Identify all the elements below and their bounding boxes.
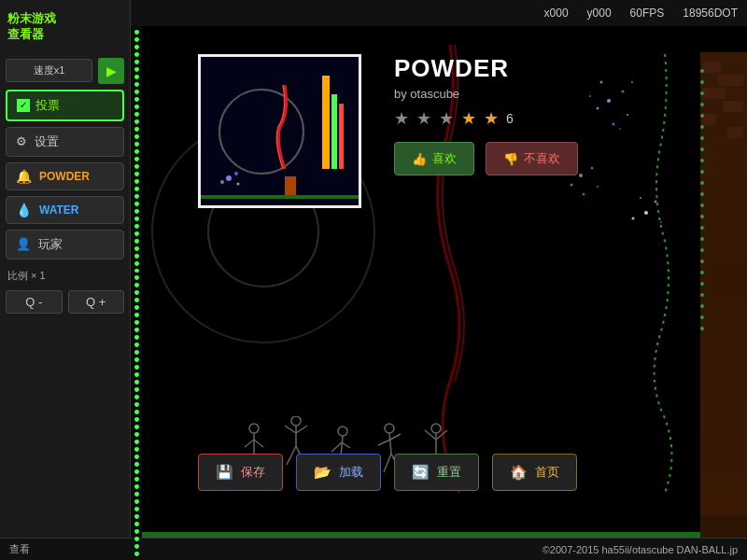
svg-point-15 <box>644 211 648 215</box>
dot-border <box>131 26 142 560</box>
status-left: 查看 <box>9 542 30 556</box>
load-icon: 📂 <box>314 464 331 481</box>
svg-point-47 <box>700 215 704 218</box>
star-count: 6 <box>506 111 514 126</box>
svg-point-18 <box>660 221 662 223</box>
svg-point-51 <box>700 259 704 263</box>
svg-rect-31 <box>702 127 726 138</box>
preview-thumbnail[interactable] <box>198 54 361 208</box>
svg-rect-60 <box>322 76 330 169</box>
svg-line-72 <box>254 440 263 447</box>
svg-rect-67 <box>201 195 361 199</box>
svg-rect-62 <box>339 104 344 169</box>
statusbar: 查看 ©2007-2015 ha55ii/otascube DAN-BALL.j… <box>0 538 747 560</box>
water-icon: 💧 <box>16 203 32 217</box>
svg-point-38 <box>700 114 704 118</box>
player-button[interactable]: 👤 玩家 <box>6 230 124 259</box>
svg-line-71 <box>245 440 254 447</box>
zoom-in-button[interactable]: Q + <box>68 290 125 314</box>
speed-button[interactable]: 速度x1 <box>6 59 92 82</box>
load-button[interactable]: 📂 加载 <box>296 454 381 491</box>
svg-rect-26 <box>727 88 743 99</box>
home-icon: 🏠 <box>510 464 528 481</box>
game-background: POWDER by otascube ★ ★ ★ ★ ★ 6 👍 喜欢 👎 不喜… <box>142 26 747 538</box>
svg-point-19 <box>640 197 641 199</box>
dot-count: 18956DOT <box>683 7 738 20</box>
svg-point-46 <box>700 203 704 207</box>
save-label: 保存 <box>241 464 265 481</box>
home-button[interactable]: 🏠 首页 <box>492 454 577 491</box>
svg-rect-68 <box>285 176 296 195</box>
svg-point-57 <box>700 327 704 330</box>
reset-button[interactable]: 🔄 重置 <box>394 454 479 491</box>
settings-icon: ⚙ <box>16 134 27 148</box>
svg-point-39 <box>700 125 704 129</box>
water-label: WATER <box>39 203 78 217</box>
star-5: ★ <box>484 108 499 129</box>
author-line: by otascube <box>394 87 655 101</box>
action-buttons-area: 💾 保存 📂 加载 🔄 重置 🏠 首页 <box>198 454 577 491</box>
svg-rect-21 <box>702 62 721 73</box>
vote-button[interactable]: ✓ 投票 <box>6 90 124 121</box>
svg-line-77 <box>285 426 296 433</box>
play-button[interactable]: ▶ <box>98 58 124 84</box>
reset-icon: 🔄 <box>412 464 430 481</box>
like-button[interactable]: 👍 喜欢 <box>394 142 474 175</box>
svg-point-48 <box>700 226 704 230</box>
star-1: ★ <box>394 108 409 129</box>
dislike-label: 不喜欢 <box>524 150 560 167</box>
save-button[interactable]: 💾 保存 <box>198 454 283 491</box>
main-area: POWDER by otascube ★ ★ ★ ★ ★ 6 👍 喜欢 👎 不喜… <box>142 26 747 538</box>
svg-line-83 <box>331 442 342 452</box>
save-icon: 💾 <box>216 464 233 481</box>
svg-rect-30 <box>718 114 743 125</box>
svg-rect-61 <box>331 94 337 169</box>
svg-point-93 <box>431 424 441 433</box>
water-button[interactable]: 💧 WATER <box>6 196 124 224</box>
svg-point-75 <box>291 416 301 426</box>
svg-point-53 <box>700 282 704 286</box>
game-title: POWDER <box>394 54 655 83</box>
sidebar: 粉末游戏 查看器 速度x1 ▶ ✓ 投票 ⚙ 设置 🔔 POWDER 💧 WAT… <box>0 0 131 560</box>
powder-label: POWDER <box>39 170 90 183</box>
svg-line-88 <box>389 433 391 454</box>
home-label: 首页 <box>535 464 559 481</box>
preview-inner <box>201 57 359 205</box>
svg-point-65 <box>220 180 224 184</box>
svg-point-44 <box>700 181 704 185</box>
svg-rect-29 <box>702 114 716 125</box>
svg-point-17 <box>632 217 635 220</box>
svg-point-34 <box>700 69 704 73</box>
fps-display: 60FPS <box>630 7 665 20</box>
svg-line-90 <box>390 434 401 440</box>
svg-line-95 <box>425 430 436 440</box>
scale-label: 比例 × 1 <box>6 265 124 285</box>
svg-point-69 <box>249 424 259 433</box>
right-column <box>700 52 747 515</box>
vote-checkbox-icon: ✓ <box>17 99 30 112</box>
svg-point-54 <box>700 293 704 297</box>
dislike-button[interactable]: 👎 不喜欢 <box>486 142 578 175</box>
like-row: 👍 喜欢 👎 不喜欢 <box>394 142 655 175</box>
svg-point-41 <box>700 147 704 151</box>
powder-button[interactable]: 🔔 POWDER <box>6 162 124 190</box>
star-4: ★ <box>461 108 476 129</box>
svg-line-78 <box>296 426 307 433</box>
svg-rect-22 <box>723 62 743 73</box>
y-coord: y000 <box>587 7 612 20</box>
right-column-texture <box>700 52 747 538</box>
star-2: ★ <box>416 108 431 129</box>
svg-line-96 <box>436 430 447 440</box>
svg-point-64 <box>234 172 238 175</box>
svg-line-89 <box>378 440 390 445</box>
zoom-row: Q - Q + <box>6 290 124 314</box>
zoom-out-button[interactable]: Q - <box>6 290 63 314</box>
settings-button[interactable]: ⚙ 设置 <box>6 127 124 157</box>
vote-label: 投票 <box>35 97 60 114</box>
player-label: 玩家 <box>38 236 63 253</box>
speed-row: 速度x1 ▶ <box>6 58 124 84</box>
x-coord: x000 <box>544 7 569 20</box>
settings-label: 设置 <box>35 133 59 150</box>
app-title: 粉末游戏 查看器 <box>6 7 124 47</box>
svg-point-43 <box>700 170 704 174</box>
